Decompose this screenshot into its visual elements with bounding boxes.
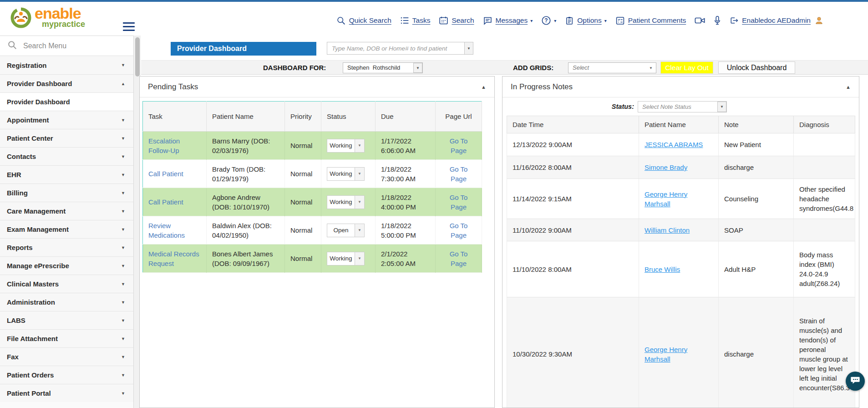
diagnosis-cell [794,156,855,179]
search-menu-input[interactable] [23,42,114,50]
patient-link[interactable]: JESSICA ABRAMS [645,141,703,148]
chevron-down-icon: ▼ [121,173,125,177]
sidebar-item-clinical-masters[interactable]: Clinical Masters ▼ [0,275,133,293]
note-type-cell: Adult H&P [719,241,794,297]
patient-link[interactable]: George Henry Marhsall [645,190,687,208]
sidebar-item-reports[interactable]: Reports ▼ [0,238,133,256]
logo-word-mypractice: mypractice [42,20,85,28]
menu-toggle-button[interactable] [123,22,135,33]
date-time-cell: 11/16/2022 8:00AM [507,156,639,179]
nav-item-microphone[interactable] [714,15,721,26]
go-to-page-link[interactable]: Go To Page [450,165,468,183]
note-type-cell: discharge [719,156,794,179]
patient-link[interactable]: William Clinton [645,226,690,234]
nav-item-messages[interactable]: Messages ▾ [483,16,533,26]
status-select[interactable]: Open▼ [327,224,365,237]
column-header: Due [376,102,436,132]
clear-layout-button[interactable]: Clear Lay Out [660,61,713,74]
logo-ring-icon [9,5,33,31]
patient-search-input[interactable] [327,42,464,55]
status-select[interactable]: Working▼ [327,167,365,181]
task-link[interactable]: Call Patient [148,198,183,206]
diagnosis-cell [794,133,855,156]
sidebar-item-billing[interactable]: Billing ▼ [0,184,133,202]
status-select[interactable]: Working▼ [327,252,365,265]
priority-cell: Normal [285,160,321,188]
sidebar-item-care-management[interactable]: Care Management ▼ [0,202,133,220]
notes-header-row: Date TimePatient NameNoteDiagnosis [507,116,855,133]
status-select[interactable]: Working▼ [327,195,365,209]
sidebar-item-contacts[interactable]: Contacts ▼ [0,147,133,165]
sidebar-item-provider-dashboard[interactable]: Provider Dashboard ▲ [0,74,133,92]
sidebar-item-ehr[interactable]: EHR ▼ [0,165,133,184]
go-to-page-link[interactable]: Go To Page [450,194,468,211]
task-link[interactable]: Escalation Follow-Up [148,137,180,154]
patient-name-cell: Agbone Andrew (DOB: 10/10/1970) [207,188,285,216]
nav-item-video[interactable] [695,16,706,25]
in-progress-notes-panel: In Progress Notes ▲ Status: Select Note … [502,76,859,408]
scrollbar-thumb[interactable] [135,37,140,76]
nav-item-options[interactable]: Options ▾ [565,16,606,26]
tasks-icon [400,16,409,25]
patient-name-cell: Bones Albert James (DOB: 09/09/1967) [207,245,285,273]
patient-link[interactable]: Bruce Willis [645,265,680,273]
chevron-down-icon: ▼ [121,264,125,268]
sidebar-item-fax[interactable]: Fax ▼ [0,347,133,366]
patient-link[interactable]: George Henry Marhsall [645,346,687,363]
nav-item-search[interactable]: Search [439,16,474,26]
sidebar-item-manage-eprescribe[interactable]: Manage ePrescribe ▼ [0,256,133,275]
sidebar-item-registration[interactable]: Registration ▼ [0,56,133,74]
note-row: 12/13/2022 9:00AMJESSICA ABRAMSNew Patie… [507,133,855,156]
mic-icon [714,15,721,26]
caret-down-icon: ▾ [554,18,556,23]
sidebar-item-labs[interactable]: LABS ▼ [0,311,133,329]
nav-item-patient-comments[interactable]: Patient Comments [615,16,686,26]
nav-item-tasks[interactable]: Tasks [400,16,431,25]
task-link[interactable]: Call Patient [148,170,183,178]
unlock-dashboard-button[interactable]: Unlock Dashboard [718,61,795,74]
add-grids-select[interactable]: Select ▼ [568,62,656,73]
sidebar-item-exam-management[interactable]: Exam Management ▼ [0,220,133,238]
dashboard-provider-select[interactable]: Stephen Rothschild ▼ [343,62,423,73]
collapse-panel-button[interactable]: ▲ [846,84,851,90]
sidebar-item-patient-orders[interactable]: Patient Orders ▼ [0,366,133,384]
status-select[interactable]: Working▼ [327,139,365,153]
note-row: 11/10/2022 9:00AMWilliam ClintonSOAP [507,219,855,241]
note-type-cell: New Patient [719,133,794,156]
nav-item-help[interactable]: ? ▾ [541,15,556,26]
sidebar-item-patient-center[interactable]: Patient Center ▼ [0,129,133,147]
go-to-page-link[interactable]: Go To Page [450,222,468,239]
note-row: 11/16/2022 8:00AMSimone Bradydischarge [507,156,855,179]
note-status-select[interactable]: Select Note Status ▼ [638,101,727,112]
search-icon [7,40,17,52]
sidebar-item-provider-dashboard-sub[interactable]: Provider Dashboard [0,92,133,111]
go-to-page-link[interactable]: Go To Page [450,137,468,154]
go-to-page-link[interactable]: Go To Page [450,250,468,267]
chevron-down-icon: ▼ [646,63,656,73]
nav-item-quick-search[interactable]: Quick Search [336,16,391,26]
sidebar-item-administration[interactable]: Administration ▼ [0,293,133,311]
task-link[interactable]: Review Medications [148,222,185,239]
sidebar-item-patient-portal[interactable]: Patient Portal ▼ [0,384,133,402]
pending-task-row: Escalation Follow-UpBarns Marry (DOB: 02… [143,132,482,160]
sidebar-item-appointment[interactable]: Appointment ▼ [0,111,133,129]
chevron-down-icon: ▼ [121,191,125,195]
note-row: 11/14/2022 9:15AMGeorge Henry MarhsallCo… [507,179,855,219]
patient-search: ▼ [327,42,473,55]
patient-search-dropdown-button[interactable]: ▼ [464,42,473,55]
note-row: 11/10/2022 8:00AMBruce WillisAdult H&PBo… [507,241,855,297]
add-grids-label: ADD GRIDS: [513,64,553,71]
note-status-label: Status: [612,103,634,110]
sidebar-item-file-attachment[interactable]: File Attachment ▼ [0,329,133,347]
message-icon [483,16,492,26]
task-link[interactable]: Medical Records Request [148,250,199,267]
chevron-down-icon: ▼ [717,102,726,112]
column-header: Status [321,102,376,132]
collapse-panel-button[interactable]: ▲ [481,84,486,90]
caret-down-icon: ▾ [530,18,533,23]
priority-cell: Normal [285,132,321,160]
chat-button[interactable] [846,372,865,391]
chevron-down-icon: ▼ [121,300,125,305]
patient-link[interactable]: Simone Brady [645,163,687,171]
nav-item-logout-user[interactable]: Enabledoc AEDadmin [729,16,823,25]
